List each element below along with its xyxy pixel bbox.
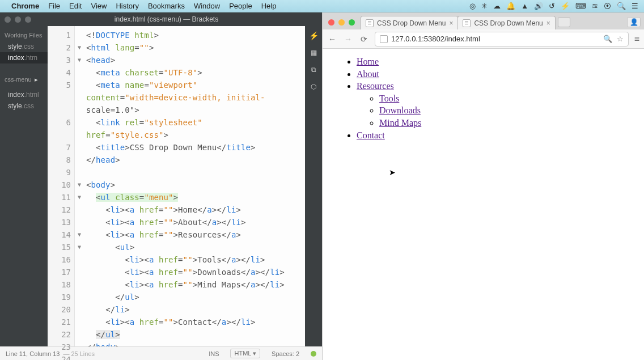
list-item: Resources Tools Downloads Mind Maps — [357, 80, 633, 129]
menu-app[interactable]: Chrome — [11, 2, 39, 10]
fold-gutter[interactable]: ▼▼▼▼▼▼ — [75, 26, 84, 346]
submenu-list: Tools Downloads Mind Maps — [357, 92, 633, 129]
working-files-label: Working Files — [0, 29, 48, 41]
mouse-cursor-icon: ➤ — [389, 168, 396, 179]
menu-history[interactable]: History — [116, 2, 138, 10]
list-item: Tools — [379, 92, 633, 105]
link-resources[interactable]: Resources — [357, 81, 394, 91]
link-tools[interactable]: Tools — [379, 94, 399, 103]
mac-menubar: Chrome File Edit View History Bookmarks … — [0, 0, 644, 12]
page-favicon-icon — [463, 19, 471, 27]
close-tab-icon[interactable]: × — [546, 19, 550, 27]
status-icon[interactable]: ↺ — [549, 2, 555, 10]
browser-tab[interactable]: CSS Drop Down Menu × — [361, 16, 458, 29]
project-file-index-html[interactable]: index.html — [0, 89, 48, 100]
close-window-icon[interactable] — [328, 19, 334, 26]
status-lang[interactable]: HTML ▾ — [230, 349, 260, 358]
brackets-titlebar: index.html (css-menu) — Brackets — [0, 12, 322, 26]
page-favicon-icon — [366, 19, 374, 27]
menu-view[interactable]: View — [91, 2, 107, 10]
list-item: Contact — [357, 129, 633, 142]
bookmark-icon[interactable]: ☆ — [617, 35, 624, 43]
forward-button[interactable]: → — [343, 35, 353, 44]
new-tab-button[interactable] — [558, 17, 570, 27]
status-icon[interactable]: ⦿ — [604, 2, 611, 10]
editor-area[interactable]: 1234567891011121314151617181920212223242… — [48, 26, 305, 346]
project-file-style-css[interactable]: style.css — [0, 100, 48, 112]
code-editor[interactable]: <!DOCTYPE html><html lang=""><head> <met… — [84, 26, 305, 346]
menu-file[interactable]: File — [48, 2, 60, 10]
link-downloads[interactable]: Downloads — [379, 105, 421, 115]
menu-help[interactable]: Help — [261, 2, 277, 10]
zoom-window-icon[interactable] — [349, 19, 355, 26]
menubar-right-icons: ◎ ✳ ☁ 🔔 ▲ 🔊 ↺ ⚡ ⌨ ≋ ⦿ 🔍 ☰ — [469, 2, 638, 10]
battery-icon[interactable]: ⚡ — [561, 2, 570, 10]
list-item: Downloads — [379, 104, 633, 117]
page-info-icon[interactable] — [380, 35, 388, 43]
live-preview-icon[interactable]: ⚡ — [308, 31, 319, 41]
status-ins[interactable]: INS — [209, 350, 219, 357]
menu-edit[interactable]: Edit — [69, 2, 82, 10]
browser-tab[interactable]: CSS Drop Down Menu × — [457, 16, 555, 29]
status-ok-icon[interactable] — [311, 351, 316, 357]
status-icon[interactable]: ☁ — [493, 2, 501, 10]
link-contact[interactable]: Contact — [357, 130, 385, 140]
chrome-menu-icon[interactable]: ≡ — [634, 34, 639, 44]
chrome-traffic-lights — [328, 19, 355, 26]
menu-icon[interactable]: ☰ — [632, 2, 638, 10]
brackets-right-rail: ⚡ ▦ ⧉ ⬡ — [305, 26, 322, 346]
extension-icon[interactable]: ⬡ — [308, 82, 319, 92]
list-item: Mind Maps — [379, 117, 633, 129]
chrome-app: CSS Drop Down Menu × CSS Drop Down Menu … — [322, 12, 644, 360]
page-content: Home About Resources Tools Downloads Min… — [323, 49, 644, 360]
spotlight-icon[interactable]: 🔍 — [617, 2, 626, 10]
status-spaces[interactable]: Spaces: 2 — [272, 350, 299, 357]
wifi-icon[interactable]: ≋ — [592, 2, 598, 10]
status-icon[interactable]: ✳ — [481, 2, 488, 10]
working-file-index-html[interactable]: index.htm — [0, 52, 48, 63]
brackets-title: index.html (css-menu) — Brackets — [15, 15, 317, 23]
back-button[interactable]: ← — [327, 35, 337, 44]
status-icon[interactable]: ◎ — [469, 2, 476, 10]
chrome-toolbar: ← → ⟳ 127.0.0.1:53802/index.html 🔍 ☆ ≡ — [323, 29, 644, 49]
list-item: Home — [357, 56, 633, 68]
chrome-user-icon[interactable]: 👤 — [627, 17, 641, 27]
link-home[interactable]: Home — [357, 57, 379, 66]
list-item: About — [357, 68, 633, 81]
keyboard-icon[interactable]: ⌨ — [575, 2, 586, 10]
zoom-icon[interactable]: 🔍 — [603, 35, 612, 43]
reload-button[interactable]: ⟳ — [359, 35, 369, 44]
tab-title: CSS Drop Down Menu — [377, 19, 446, 27]
chrome-tabstrip: CSS Drop Down Menu × CSS Drop Down Menu … — [323, 12, 644, 29]
working-file-style-css[interactable]: style.css — [0, 41, 48, 52]
brackets-app: index.html (css-menu) — Brackets Working… — [0, 12, 322, 360]
address-bar[interactable]: 127.0.0.1:53802/index.html 🔍 ☆ — [375, 32, 629, 46]
extension-icon[interactable]: ⧉ — [308, 65, 319, 75]
address-text: 127.0.0.1:53802/index.html — [391, 35, 480, 43]
line-gutter: 1234567891011121314151617181920212223242… — [48, 26, 75, 346]
extension-icon[interactable]: ▦ — [308, 48, 319, 58]
close-window-icon[interactable] — [5, 16, 11, 23]
link-mindmaps[interactable]: Mind Maps — [379, 118, 421, 128]
project-label[interactable]: css-menu ▸ — [0, 74, 48, 86]
tab-title: CSS Drop Down Menu — [474, 19, 543, 27]
menu-window[interactable]: Window — [194, 2, 220, 10]
menu-list: Home About Resources Tools Downloads Min… — [334, 56, 633, 141]
menu-bookmarks[interactable]: Bookmarks — [148, 2, 185, 10]
close-tab-icon[interactable]: × — [449, 19, 453, 27]
notification-icon[interactable]: 🔔 — [506, 2, 515, 10]
status-icon[interactable]: ▲ — [521, 2, 528, 10]
volume-icon[interactable]: 🔊 — [534, 2, 543, 10]
link-about[interactable]: About — [357, 69, 379, 79]
menu-people[interactable]: People — [229, 2, 252, 10]
minimize-window-icon[interactable] — [338, 19, 345, 26]
brackets-sidebar: Working Files style.css index.htm css-me… — [0, 26, 48, 346]
